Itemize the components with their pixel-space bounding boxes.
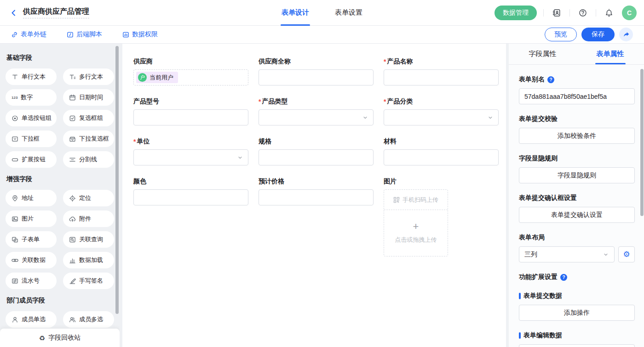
- field-item-label: 日期时间: [79, 93, 103, 102]
- panel-section: 功能扩展设置?: [519, 273, 635, 281]
- canvas-field[interactable]: 产品型号: [133, 97, 248, 125]
- field-item-pill[interactable]: 扩展按钮: [6, 151, 57, 168]
- field-item-textarea[interactable]: 多行文本: [63, 68, 114, 85]
- tab-form-settings[interactable]: 表单设置: [335, 0, 362, 26]
- canvas-field[interactable]: *产品分类: [384, 97, 499, 125]
- code-icon: [67, 31, 74, 38]
- panel-scrollbar[interactable]: [640, 69, 644, 216]
- field-item-label: 分割线: [79, 155, 97, 164]
- tab-form-properties[interactable]: 表单属性: [576, 44, 644, 64]
- field-item-text[interactable]: 单行文本: [6, 68, 57, 85]
- scan-upload-button[interactable]: 手机扫码上传: [384, 190, 448, 210]
- save-button[interactable]: 保存: [581, 28, 615, 41]
- share-button[interactable]: [619, 28, 633, 41]
- panel-action-button[interactable]: 字段显隐规则: [519, 167, 635, 183]
- divider: [543, 9, 544, 17]
- form-alias-input[interactable]: 57da881aaa7b8f50ae1bef5a: [519, 88, 635, 104]
- field-item-lookup[interactable]: 关联查询: [63, 231, 114, 248]
- panel-action-button[interactable]: 添加操作: [519, 305, 635, 321]
- field-label: *产品分类: [384, 97, 499, 106]
- main-area: 基础字段单行文本多行文本123数字日期时间单选按钮组复选框组下拉框下拉复选框扩展…: [0, 44, 644, 347]
- tab-form-design[interactable]: 表单设计: [282, 0, 309, 26]
- avatar[interactable]: C: [622, 6, 637, 20]
- field-item-radio[interactable]: 单选按钮组: [6, 110, 57, 126]
- panel-action-button[interactable]: 添加校验条件: [519, 128, 635, 144]
- properties-tabs: 字段属性 表单属性: [509, 44, 644, 65]
- field-item-member[interactable]: 成员单选: [6, 311, 57, 328]
- sidebar-scrollbar[interactable]: [115, 46, 119, 314]
- field-item-label: 图片: [22, 215, 34, 223]
- text-input[interactable]: [384, 149, 499, 165]
- bell-icon[interactable]: [603, 6, 615, 19]
- user-icon: 户: [138, 73, 147, 82]
- field-item-select[interactable]: 下拉框: [6, 131, 57, 147]
- select-input[interactable]: [259, 109, 374, 125]
- backend-script-button[interactable]: 后端脚本: [67, 30, 102, 39]
- data-permission-button[interactable]: 数据权限: [122, 30, 158, 39]
- back-button[interactable]: [7, 6, 20, 19]
- drop-upload-button[interactable]: +点击或拖拽上传: [384, 210, 448, 256]
- field-item-attachment[interactable]: 附件: [63, 210, 114, 227]
- panel-action-button[interactable]: 添加操作: [519, 344, 635, 347]
- contacts-book-icon[interactable]: [550, 6, 563, 19]
- field-item-image[interactable]: 图片: [6, 210, 57, 227]
- divider-icon: [69, 156, 76, 163]
- field-recycle-bin-button[interactable]: ♻ 字段回收站: [0, 329, 120, 347]
- layout-select[interactable]: 三列: [519, 246, 615, 262]
- field-item-location[interactable]: 定位: [63, 190, 114, 206]
- select-input[interactable]: [384, 109, 499, 125]
- checkbox-icon: [69, 115, 76, 122]
- field-library-sidebar: 基础字段单行文本多行文本123数字日期时间单选按钮组复选框组下拉框下拉复选框扩展…: [0, 44, 120, 347]
- canvas-field[interactable]: *产品名称: [384, 57, 499, 85]
- link-icon: [11, 31, 18, 38]
- field-item-number[interactable]: 123数字: [6, 89, 57, 106]
- canvas-field[interactable]: 供应商全称: [259, 57, 374, 85]
- help-icon[interactable]: ?: [547, 76, 554, 83]
- auto-filled-input[interactable]: 户当前用户: [133, 69, 248, 85]
- field-item-dataload[interactable]: 数据加载: [63, 252, 114, 268]
- field-item-serial[interactable]: 流水号: [6, 273, 57, 289]
- sidebar-section-title: 部门成员字段: [6, 296, 114, 305]
- data-manage-button[interactable]: 数据管理: [494, 6, 537, 20]
- field-label: *单位: [133, 137, 248, 146]
- canvas-field[interactable]: *单位: [133, 137, 248, 165]
- text-input[interactable]: [133, 109, 248, 125]
- panel-action-button[interactable]: 表单提交确认设置: [519, 207, 635, 223]
- field-item-linkdata[interactable]: 关联数据: [6, 252, 57, 268]
- text-input[interactable]: [259, 189, 374, 205]
- text-input[interactable]: [259, 149, 374, 165]
- field-item-multiselect[interactable]: 下拉复选框: [63, 131, 114, 147]
- required-asterisk: *: [384, 98, 386, 105]
- field-item-address[interactable]: 地址: [6, 190, 57, 206]
- field-item-members[interactable]: 成员多选: [63, 311, 114, 328]
- field-item-divider[interactable]: 分割线: [63, 151, 114, 168]
- field-item-subform[interactable]: 子表单: [6, 231, 57, 248]
- field-item-signature[interactable]: 手写签名: [63, 273, 114, 289]
- canvas-field[interactable]: 供应商户当前用户: [133, 57, 248, 85]
- form-canvas[interactable]: 供应商户当前用户供应商全称*产品名称产品型号*产品类型*产品分类*单位规格材料颜…: [122, 44, 506, 347]
- canvas-field[interactable]: 图片手机扫码上传+点击或拖拽上传: [384, 177, 499, 256]
- external-link-button[interactable]: 表单外链: [11, 30, 46, 39]
- required-asterisk: *: [259, 98, 261, 105]
- canvas-field[interactable]: 预计价格: [259, 177, 374, 205]
- text-input[interactable]: [133, 189, 248, 205]
- panel-section-title: 字段显隐规则: [519, 154, 635, 163]
- field-item-label: 下拉复选框: [79, 135, 109, 143]
- preview-button[interactable]: 预览: [545, 28, 577, 41]
- field-item-label: 成员单选: [22, 315, 46, 324]
- text-input[interactable]: [384, 69, 499, 85]
- text-input[interactable]: [259, 69, 374, 85]
- canvas-field[interactable]: 颜色: [133, 177, 248, 205]
- help-icon[interactable]: [576, 6, 589, 19]
- layout-gear-button[interactable]: ⚙: [618, 246, 635, 262]
- canvas-field[interactable]: 材料: [384, 137, 499, 165]
- field-item-checkbox[interactable]: 复选框组: [63, 110, 114, 126]
- tab-field-properties[interactable]: 字段属性: [509, 44, 576, 64]
- help-icon[interactable]: ?: [560, 274, 567, 281]
- select-input[interactable]: [133, 149, 248, 165]
- field-item-label: 关联数据: [22, 256, 46, 264]
- canvas-field[interactable]: 规格: [259, 137, 374, 165]
- field-item-datetime[interactable]: 日期时间: [63, 89, 114, 106]
- form-title[interactable]: 供应商供应产品管理: [23, 7, 89, 18]
- canvas-field[interactable]: *产品类型: [259, 97, 374, 125]
